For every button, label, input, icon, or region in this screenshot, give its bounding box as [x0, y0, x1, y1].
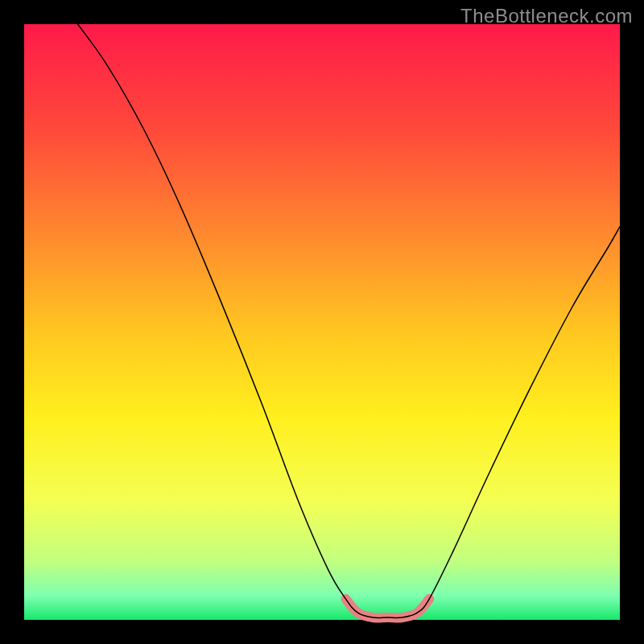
chart-frame: { "watermark": "TheBottleneck.com", "cha…: [0, 0, 644, 644]
bottleneck-chart: [0, 0, 644, 644]
watermark-text: TheBottleneck.com: [460, 5, 633, 27]
gradient-background: [24, 24, 620, 620]
